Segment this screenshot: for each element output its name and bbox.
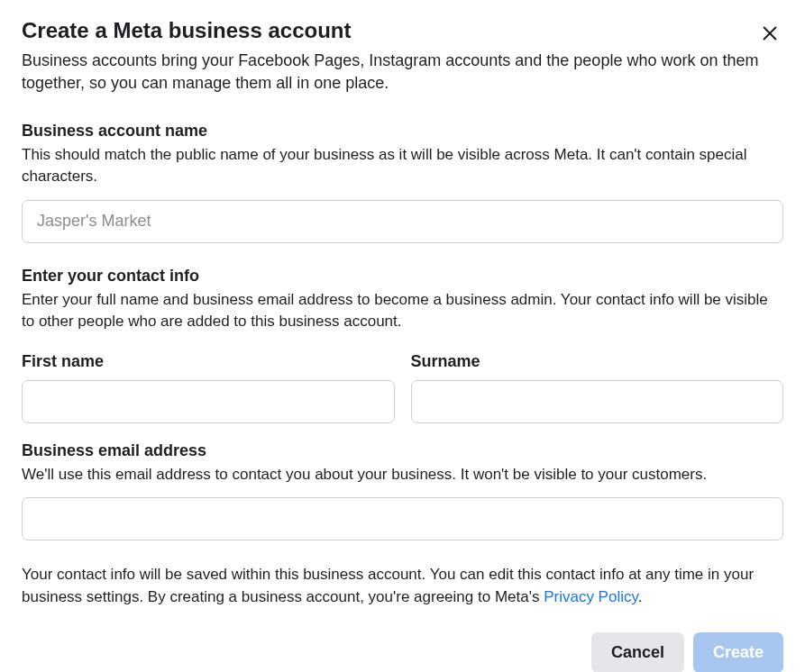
business-name-input[interactable] xyxy=(22,200,783,243)
disclaimer-before: Your contact info will be saved within t… xyxy=(22,566,754,605)
first-name-label: First name xyxy=(22,352,395,371)
cancel-button[interactable]: Cancel xyxy=(591,632,684,672)
first-name-input[interactable] xyxy=(22,380,395,423)
disclaimer-after: . xyxy=(638,588,643,605)
business-name-label: Business account name xyxy=(22,122,783,141)
close-button[interactable] xyxy=(756,20,783,50)
contact-info-label: Enter your contact info xyxy=(22,267,783,286)
business-name-help: This should match the public name of you… xyxy=(22,144,783,187)
dialog-title: Create a Meta business account xyxy=(22,18,756,43)
email-input[interactable] xyxy=(22,497,783,540)
contact-info-help: Enter your full name and business email … xyxy=(22,289,783,332)
surname-label: Surname xyxy=(411,352,784,371)
email-help: We'll use this email address to contact … xyxy=(22,464,783,486)
create-button[interactable]: Create xyxy=(693,632,783,672)
close-icon xyxy=(760,23,780,43)
email-label: Business email address xyxy=(22,441,783,460)
dialog-subtitle: Business accounts bring your Facebook Pa… xyxy=(22,50,783,95)
disclaimer-text: Your contact info will be saved within t… xyxy=(22,564,783,608)
privacy-policy-link[interactable]: Privacy Policy xyxy=(544,588,638,605)
surname-input[interactable] xyxy=(411,380,784,423)
